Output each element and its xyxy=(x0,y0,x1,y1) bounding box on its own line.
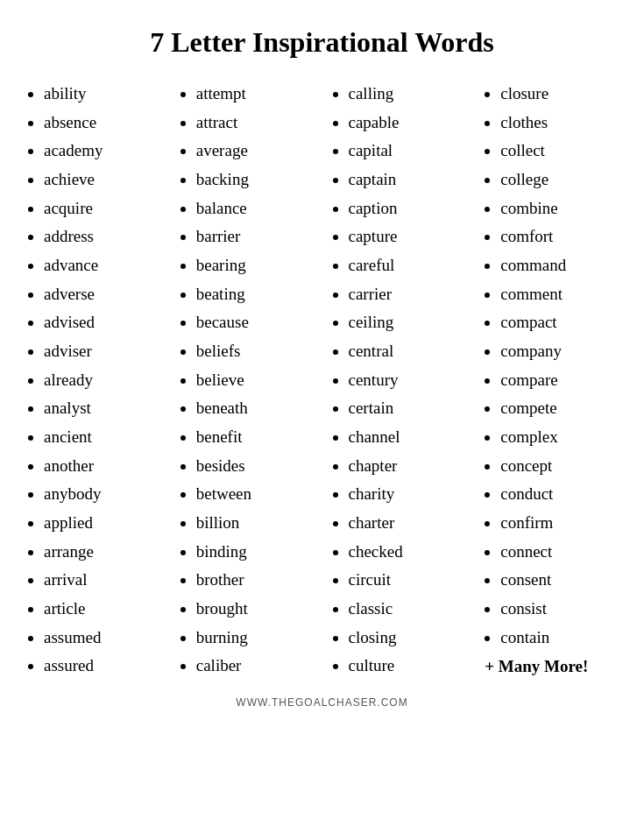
list-item: adverse xyxy=(44,280,163,309)
list-item: concept xyxy=(500,452,619,481)
list-item: capable xyxy=(349,109,468,138)
list-item: ancient xyxy=(44,423,163,452)
list-item: captain xyxy=(349,166,468,194)
list-item: absence xyxy=(44,109,163,138)
list-item: binding xyxy=(196,538,315,567)
list-item: arrival xyxy=(44,566,163,595)
list-item: compact xyxy=(500,308,619,337)
list-item: achieve xyxy=(44,166,163,194)
list-item: attempt xyxy=(196,80,315,109)
page-title: 7 Letter Inspirational Words xyxy=(150,26,494,59)
word-list-1: abilityabsenceacademyachieveacquireaddre… xyxy=(25,80,163,681)
list-item: benefit xyxy=(196,423,315,452)
list-item: careful xyxy=(349,251,468,280)
word-grid: abilityabsenceacademyachieveacquireaddre… xyxy=(18,80,626,681)
list-item: barrier xyxy=(196,222,315,251)
list-item: brother xyxy=(196,566,315,595)
word-list-2: attemptattractaveragebackingbalancebarri… xyxy=(177,80,315,681)
list-item: classic xyxy=(349,595,468,624)
more-label: + Many More! xyxy=(481,657,619,676)
list-item: comment xyxy=(500,280,619,309)
list-item: capture xyxy=(349,222,468,251)
list-item: confirm xyxy=(500,509,619,538)
list-item: already xyxy=(44,366,163,395)
list-item: caliber xyxy=(196,652,315,681)
column-1: abilityabsenceacademyachieveacquireaddre… xyxy=(18,80,170,681)
list-item: beneath xyxy=(196,394,315,423)
list-item: college xyxy=(500,166,619,194)
list-item: balance xyxy=(196,194,315,223)
list-item: besides xyxy=(196,452,315,481)
list-item: another xyxy=(44,452,163,481)
list-item: closing xyxy=(349,624,468,653)
list-item: assured xyxy=(44,652,163,681)
list-item: capital xyxy=(349,137,468,166)
list-item: address xyxy=(44,222,163,251)
list-item: clothes xyxy=(500,109,619,138)
column-4: closureclothescollectcollegecombinecomfo… xyxy=(474,80,626,681)
list-item: century xyxy=(349,366,468,395)
list-item: adviser xyxy=(44,337,163,366)
list-item: calling xyxy=(349,80,468,109)
list-item: company xyxy=(500,337,619,366)
list-item: chapter xyxy=(349,452,468,481)
list-item: certain xyxy=(349,394,468,423)
list-item: burning xyxy=(196,624,315,653)
list-item: closure xyxy=(500,80,619,109)
list-item: arrange xyxy=(44,538,163,567)
list-item: central xyxy=(349,337,468,366)
list-item: ability xyxy=(44,80,163,109)
list-item: connect xyxy=(500,538,619,567)
list-item: billion xyxy=(196,509,315,538)
footer-url: www.thegoalchaser.com xyxy=(236,696,407,709)
list-item: backing xyxy=(196,166,315,194)
list-item: bearing xyxy=(196,251,315,280)
list-item: acquire xyxy=(44,194,163,223)
word-list-4: closureclothescollectcollegecombinecomfo… xyxy=(481,80,619,652)
list-item: ceiling xyxy=(349,308,468,337)
list-item: culture xyxy=(349,652,468,681)
list-item: carrier xyxy=(349,280,468,309)
list-item: circuit xyxy=(349,566,468,595)
list-item: combine xyxy=(500,194,619,223)
list-item: beliefs xyxy=(196,337,315,366)
list-item: believe xyxy=(196,366,315,395)
list-item: caption xyxy=(349,194,468,223)
list-item: checked xyxy=(349,538,468,567)
list-item: compare xyxy=(500,366,619,395)
column-2: attemptattractaveragebackingbalancebarri… xyxy=(170,80,322,681)
list-item: charter xyxy=(349,509,468,538)
list-item: applied xyxy=(44,509,163,538)
list-item: because xyxy=(196,308,315,337)
list-item: advance xyxy=(44,251,163,280)
list-item: collect xyxy=(500,137,619,166)
list-item: attract xyxy=(196,109,315,138)
list-item: charity xyxy=(349,480,468,509)
list-item: anybody xyxy=(44,480,163,509)
list-item: beating xyxy=(196,280,315,309)
list-item: command xyxy=(500,251,619,280)
list-item: conduct xyxy=(500,480,619,509)
list-item: channel xyxy=(349,423,468,452)
list-item: complex xyxy=(500,423,619,452)
list-item: article xyxy=(44,595,163,624)
list-item: compete xyxy=(500,394,619,423)
list-item: consist xyxy=(500,595,619,624)
word-list-3: callingcapablecapitalcaptaincaptioncaptu… xyxy=(329,80,468,681)
column-3: callingcapablecapitalcaptaincaptioncaptu… xyxy=(322,80,475,681)
list-item: comfort xyxy=(500,222,619,251)
list-item: consent xyxy=(500,566,619,595)
list-item: between xyxy=(196,480,315,509)
list-item: analyst xyxy=(44,394,163,423)
list-item: contain xyxy=(500,624,619,653)
list-item: average xyxy=(196,137,315,166)
list-item: advised xyxy=(44,308,163,337)
list-item: brought xyxy=(196,595,315,624)
list-item: academy xyxy=(44,137,163,166)
list-item: assumed xyxy=(44,624,163,653)
